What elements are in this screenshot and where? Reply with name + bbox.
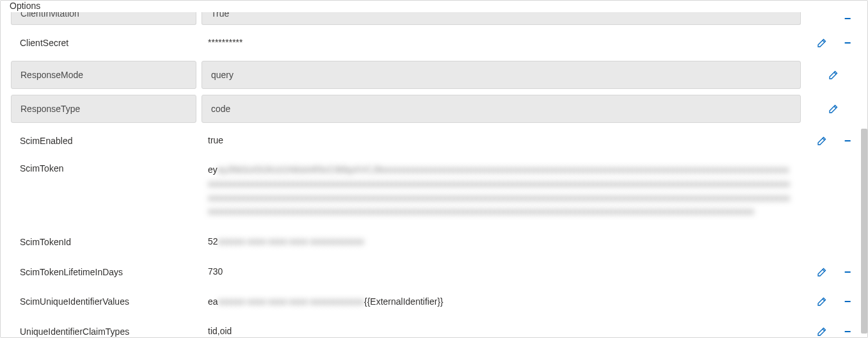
option-value: 52xxxxxx-xxxx-xxxx-xxxx-xxxxxxxxxxxx [201,230,373,254]
option-value: query [201,61,801,89]
edit-icon [817,38,827,48]
option-row-uniqueidentifierclaimtypes: UniqueIdentifierClaimTypes tid,oid − [11,319,857,337]
option-row-responsetype: ResponseType code [11,95,857,123]
value-suffix: {{ExternalIdentifier}} [364,296,443,307]
option-row-scimuniqueidentifiervalues: ScimUniqueIdentifierValues eaxxxxxx-xxxx… [11,290,857,314]
option-label: ScimTokenLifetimeInDays [11,262,132,282]
minus-icon: − [844,135,851,147]
scrollbar-thumb[interactable] [861,129,867,334]
option-row-scimenabled: ScimEnabled true − [11,129,857,153]
option-value: eyeyJhbGciOiJIUzI1NiIsInR5cCI6IkpXVCJ9xx… [201,158,801,224]
option-label: ResponseType [11,95,196,123]
option-row-scimtokenlifetimeindays: ScimTokenLifetimeInDays 730 − [11,260,857,284]
option-label: ResponseMode [11,61,196,89]
panel-body: ClientInvitation True − ClientSecret ***… [1,1,867,337]
option-value: ********** [201,31,251,55]
minus-icon: − [844,326,851,337]
edit-button[interactable] [816,135,828,147]
option-row-scimtoken: ScimToken eyeyJhbGciOiJIUzI1NiIsInR5cCI6… [11,158,857,224]
option-value: code [201,95,801,123]
value-prefix: ea [208,296,218,307]
edit-button[interactable] [828,103,839,115]
option-row-responsemode: ResponseMode query [11,61,857,89]
edit-icon [817,326,827,337]
edit-icon [817,296,827,307]
remove-button[interactable]: − [842,135,853,147]
minus-icon: − [844,266,851,278]
edit-icon [828,70,839,80]
option-label: UniqueIdentifierClaimTypes [11,321,138,337]
option-label: ClientInvitation [11,12,196,25]
option-label: ScimToken [11,158,72,179]
option-value: true [201,129,232,153]
remove-button[interactable]: − [842,266,853,278]
option-row-scimtokenid: ScimTokenId 52xxxxxx-xxxx-xxxx-xxxx-xxxx… [11,230,857,254]
options-panel: Options ClientInvitation True − ClientSe… [0,0,868,338]
option-row-clientsecret: ClientSecret ********** − [11,31,857,55]
option-value: True [201,12,801,25]
option-value: eaxxxxxx-xxxx-xxxx-xxxx-xxxxxxxxxxxx{{Ex… [201,290,452,314]
obscured-text: eyJhbGciOiJIUzI1NiIsInR5cCI6IkpXVCJ9xxxx… [208,165,790,216]
edit-icon [828,104,839,114]
edit-button[interactable] [816,296,828,307]
edit-button[interactable] [816,266,828,278]
option-label: ScimTokenId [11,232,80,252]
remove-button[interactable]: − [842,326,853,337]
edit-button[interactable] [816,326,828,337]
option-label: ScimEnabled [11,131,82,151]
remove-button[interactable]: − [842,13,853,24]
remove-button[interactable]: − [842,296,853,307]
minus-icon: − [844,296,851,307]
option-label: ClientSecret [11,33,77,53]
obscured-text: xxxxxx-xxxx-xxxx-xxxx-xxxxxxxxxxxx [218,296,365,307]
option-value: tid,oid [201,319,241,337]
option-label: ScimUniqueIdentifierValues [11,291,138,312]
edit-icon [817,267,827,277]
edit-icon [817,136,827,146]
panel-title: Options [7,0,43,12]
minus-icon: − [844,37,851,49]
edit-button[interactable] [828,69,839,81]
minus-icon: − [844,13,851,24]
option-row-clientinvitation: ClientInvitation True − [11,12,857,25]
value-prefix: 52 [208,236,218,246]
option-value: 730 [201,260,232,284]
obscured-text: xxxxxx-xxxx-xxxx-xxxx-xxxxxxxxxxxx [218,236,365,246]
edit-button[interactable] [816,37,828,49]
remove-button[interactable]: − [842,37,853,49]
